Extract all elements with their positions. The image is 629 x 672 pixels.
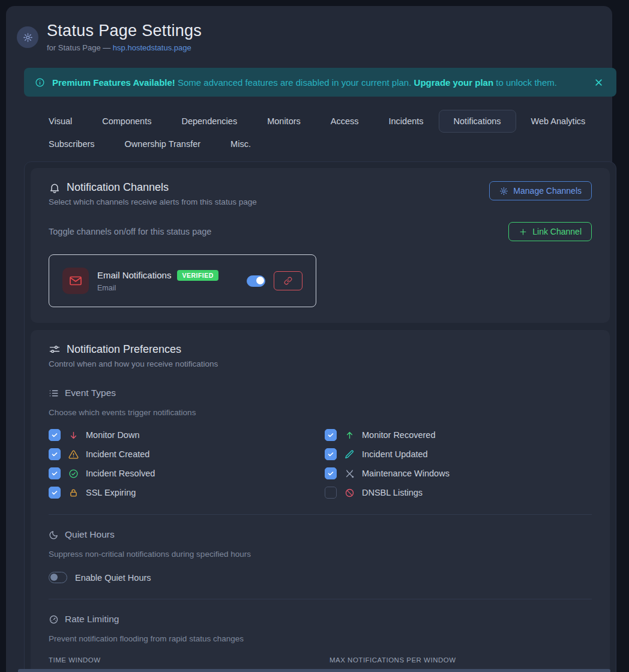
event-types-title: Event Types	[65, 388, 116, 398]
arrow-down-icon	[68, 430, 79, 440]
tab-row-1: Visual Components Dependencies Monitors …	[34, 110, 610, 133]
notification-preferences-card: Notification Preferences Control when an…	[31, 330, 610, 672]
event-label: Incident Created	[86, 449, 149, 459]
tab-web-analytics[interactable]: Web Analytics	[516, 110, 601, 133]
checkbox-incident-created[interactable]	[49, 448, 61, 460]
rate-limiting-title: Rate Limiting	[65, 614, 119, 625]
no-entry-icon	[344, 487, 355, 498]
rate-limiting-subtitle: Prevent notification flooding from rapid…	[49, 634, 592, 643]
toggle-knob	[50, 574, 58, 581]
channel-type: Email	[97, 284, 218, 292]
page-header: Status Page Settings for Status Page — h…	[18, 22, 610, 52]
event-types-grid: Monitor Down Monitor Recovered Incident …	[49, 429, 592, 499]
channel-name: Email Notifications	[97, 270, 171, 280]
verified-badge: VERIFIED	[177, 270, 218, 281]
toggle-channels-hint: Toggle channels on/off for this status p…	[49, 227, 211, 236]
event-incident-resolved: Incident Resolved	[49, 467, 325, 479]
notification-channels-card: Notification Channels Select which chann…	[31, 168, 610, 323]
quiet-hours-toggle-row: Enable Quiet Hours	[49, 572, 592, 583]
lock-icon	[68, 487, 79, 498]
tab-incidents[interactable]: Incidents	[374, 110, 439, 133]
tab-monitors[interactable]: Monitors	[252, 110, 316, 133]
pencil-icon	[344, 449, 355, 460]
premium-banner: Premium Features Available! Some advance…	[24, 68, 616, 97]
quiet-hours-toggle-label: Enable Quiet Hours	[75, 573, 151, 583]
preferences-title: Notification Preferences	[67, 343, 181, 356]
enable-quiet-hours-toggle[interactable]	[49, 572, 67, 583]
channels-title: Notification Channels	[67, 181, 169, 194]
tools-icon	[344, 468, 355, 479]
bell-icon	[49, 182, 61, 194]
manage-channels-label: Manage Channels	[513, 186, 582, 196]
cutoff-element	[18, 669, 610, 672]
quiet-hours-heading: Quiet Hours	[49, 529, 592, 540]
banner-text: Premium Features Available! Some advance…	[52, 77, 557, 88]
page-title: Status Page Settings	[47, 22, 202, 40]
unlink-channel-button[interactable]	[274, 271, 302, 290]
section-divider	[49, 514, 592, 515]
close-icon[interactable]	[594, 78, 603, 87]
toggle-knob	[256, 277, 264, 284]
banner-body-2: to unlock them.	[493, 77, 557, 88]
status-page-link[interactable]: hsp.hostedstatus.page	[113, 43, 191, 52]
checkbox-incident-resolved[interactable]	[49, 467, 61, 479]
event-monitor-recovered: Monitor Recovered	[325, 429, 592, 441]
event-label: Incident Resolved	[86, 469, 155, 478]
warning-triangle-icon	[68, 449, 79, 460]
page-subtitle: for Status Page — hsp.hostedstatus.page	[47, 43, 202, 52]
checkbox-ssl-expiring[interactable]	[49, 487, 61, 499]
max-notifications-label: MAX NOTIFICATIONS PER WINDOW	[330, 656, 594, 664]
gauge-icon	[49, 614, 59, 625]
tab-subscribers[interactable]: Subscribers	[34, 133, 110, 155]
tab-dependencies[interactable]: Dependencies	[166, 110, 252, 133]
tab-ownership-transfer[interactable]: Ownership Transfer	[110, 133, 216, 155]
notifications-panel: Notification Channels Select which chann…	[24, 161, 616, 672]
email-channel-card: Email Notifications VERIFIED Email	[49, 254, 316, 307]
settings-window: Status Page Settings for Status Page — h…	[6, 6, 612, 672]
page-background: Status Page Settings for Status Page — h…	[0, 0, 629, 672]
info-icon	[35, 77, 45, 88]
event-label: Maintenance Windows	[362, 469, 450, 478]
tab-row-2: Subscribers Ownership Transfer Misc.	[34, 133, 610, 155]
link-channel-button[interactable]: Link Channel	[508, 222, 592, 241]
quiet-hours-subtitle: Suppress non-critical notifications duri…	[49, 550, 592, 559]
list-icon	[49, 388, 59, 398]
event-label: SSL Expiring	[86, 488, 136, 497]
tab-components[interactable]: Components	[87, 110, 166, 133]
check-circle-icon	[68, 468, 79, 479]
tab-access[interactable]: Access	[316, 110, 374, 133]
gear-icon	[17, 26, 38, 48]
event-dnsbl-listings: DNSBL Listings	[325, 487, 592, 499]
checkbox-maintenance-windows[interactable]	[325, 467, 337, 479]
checkbox-dnsbl-listings[interactable]	[325, 487, 337, 499]
banner-title: Premium Features Available!	[52, 77, 175, 88]
tab-notifications[interactable]: Notifications	[439, 110, 516, 133]
event-incident-updated: Incident Updated	[325, 448, 592, 460]
banner-body-1: Some advanced features are disabled in y…	[175, 77, 414, 88]
event-maintenance-windows: Maintenance Windows	[325, 467, 592, 479]
event-incident-created: Incident Created	[49, 448, 325, 460]
plus-icon	[519, 227, 528, 236]
event-label: DNSBL Listings	[362, 488, 423, 497]
email-channel-toggle[interactable]	[247, 275, 265, 287]
sliders-icon	[49, 344, 61, 356]
checkbox-incident-updated[interactable]	[325, 448, 337, 460]
time-window-label: TIME WINDOW	[49, 656, 316, 664]
event-label: Monitor Recovered	[362, 430, 436, 440]
event-types-heading: Event Types	[49, 388, 592, 398]
arrow-up-icon	[344, 430, 355, 440]
preferences-title-row: Notification Preferences	[49, 343, 592, 356]
manage-channels-button[interactable]: Manage Channels	[489, 181, 592, 200]
event-monitor-down: Monitor Down	[49, 429, 325, 441]
event-types-subtitle: Choose which events trigger notification…	[49, 408, 592, 417]
settings-tabs: Visual Components Dependencies Monitors …	[34, 110, 610, 155]
tab-misc[interactable]: Misc.	[215, 133, 266, 155]
quiet-hours-title: Quiet Hours	[65, 529, 115, 540]
upgrade-plan-link[interactable]: Upgrade your plan	[414, 77, 494, 88]
event-label: Monitor Down	[86, 430, 139, 440]
tab-visual[interactable]: Visual	[34, 110, 87, 133]
rate-limiting-heading: Rate Limiting	[49, 614, 592, 625]
checkbox-monitor-recovered[interactable]	[325, 429, 337, 441]
checkbox-monitor-down[interactable]	[49, 429, 61, 441]
link-icon	[284, 277, 292, 285]
